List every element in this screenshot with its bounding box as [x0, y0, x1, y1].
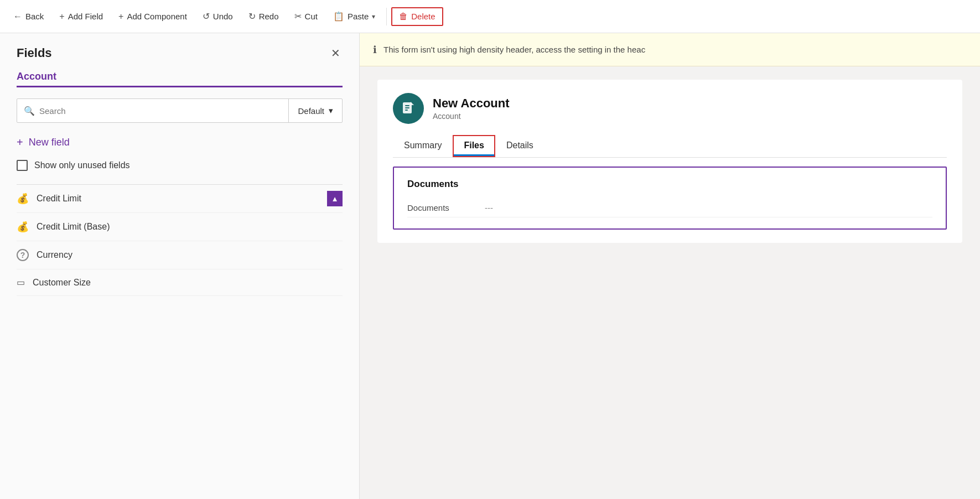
- paste-label: Paste: [348, 12, 369, 21]
- document-label: Documents: [407, 203, 474, 212]
- documents-section: Documents Documents ---: [393, 167, 947, 230]
- close-sidebar-button[interactable]: ✕: [329, 44, 343, 62]
- toolbar: ← Back + Add Field + Add Component ↺ Und…: [0, 0, 980, 33]
- add-field-button[interactable]: + Add Field: [53, 8, 110, 25]
- redo-label: Redo: [259, 12, 279, 21]
- field-label-credit-limit-base: Credit Limit (Base): [37, 222, 110, 232]
- back-icon: ←: [13, 12, 22, 22]
- default-dropdown-label: Default: [298, 106, 324, 116]
- field-item-customer-size[interactable]: ▭ Customer Size: [17, 269, 343, 296]
- svg-rect-1: [405, 105, 409, 106]
- cut-button[interactable]: ✂ Cut: [288, 8, 324, 25]
- field-item-credit-limit[interactable]: 💰 Credit Limit ▲: [17, 185, 343, 213]
- new-field-icon: +: [17, 136, 23, 149]
- redo-icon: ↻: [248, 11, 256, 22]
- delete-label: Delete: [411, 12, 435, 21]
- field-label-currency: Currency: [37, 250, 72, 260]
- sidebar-title: Fields: [17, 46, 52, 60]
- info-icon: ℹ: [373, 44, 377, 56]
- search-input[interactable]: [39, 106, 282, 116]
- customer-size-icon: ▭: [17, 277, 25, 288]
- toolbar-divider: [386, 8, 387, 25]
- avatar: [393, 93, 424, 124]
- field-label-customer-size: Customer Size: [33, 278, 91, 288]
- back-label: Back: [25, 12, 44, 21]
- field-item-credit-limit-base[interactable]: 💰 Credit Limit (Base): [17, 213, 343, 241]
- document-value: ---: [485, 203, 493, 212]
- info-banner: ℹ This form isn't using high density hea…: [360, 33, 980, 66]
- documents-title: Documents: [407, 179, 932, 190]
- undo-icon: ↺: [203, 11, 210, 22]
- credit-limit-base-icon: 💰: [17, 221, 29, 233]
- default-dropdown[interactable]: Default ▾: [289, 99, 342, 122]
- show-unused-row: Show only unused fields: [17, 160, 343, 171]
- main-layout: Fields ✕ Account 🔍 Default ▾ + New field: [0, 33, 980, 499]
- account-header: New Account Account: [393, 93, 947, 124]
- show-unused-label[interactable]: Show only unused fields: [34, 160, 130, 170]
- sidebar-header: Fields ✕: [17, 44, 343, 62]
- info-banner-message: This form isn't using high density heade…: [383, 45, 645, 54]
- document-row: Documents ---: [407, 199, 932, 217]
- undo-label: Undo: [213, 12, 233, 21]
- add-component-icon: +: [118, 12, 123, 22]
- cut-icon: ✂: [294, 11, 302, 22]
- add-field-label: Add Field: [68, 12, 103, 21]
- field-label-credit-limit: Credit Limit: [37, 194, 81, 204]
- tab-files[interactable]: Files: [453, 135, 495, 157]
- search-container: 🔍 Default ▾: [17, 98, 343, 123]
- chevron-down-icon: ▾: [329, 106, 333, 116]
- svg-rect-2: [405, 107, 409, 108]
- paste-dropdown-arrow: ▾: [372, 13, 375, 20]
- search-input-wrapper: 🔍: [17, 99, 289, 122]
- currency-icon: ?: [17, 249, 29, 261]
- undo-button[interactable]: ↺ Undo: [196, 8, 240, 25]
- paste-button[interactable]: 📋 Paste ▾: [326, 8, 382, 25]
- form-area: New Account Account Summary Files Detail…: [360, 66, 980, 499]
- back-button[interactable]: ← Back: [7, 8, 50, 25]
- account-card: New Account Account Summary Files Detail…: [377, 80, 962, 243]
- tab-summary-label: Summary: [404, 141, 442, 150]
- tab-details-label: Details: [506, 141, 533, 150]
- account-tab[interactable]: Account: [17, 71, 343, 87]
- tab-files-label: Files: [464, 141, 484, 150]
- paste-icon: 📋: [333, 11, 344, 22]
- close-icon: ✕: [331, 47, 340, 59]
- account-name: New Account: [433, 96, 510, 111]
- field-item-currency[interactable]: ? Currency: [17, 241, 343, 269]
- redo-button[interactable]: ↻ Redo: [242, 8, 286, 25]
- search-icon: 🔍: [24, 106, 35, 116]
- tab-summary[interactable]: Summary: [393, 135, 453, 157]
- account-info: New Account Account: [433, 96, 510, 121]
- add-field-icon: +: [59, 12, 64, 22]
- account-type: Account: [433, 112, 510, 121]
- field-list: 💰 Credit Limit ▲ 💰 Credit Limit (Base) ?…: [17, 185, 343, 488]
- tab-details[interactable]: Details: [495, 135, 545, 157]
- add-component-label: Add Component: [127, 12, 186, 21]
- content-area: ℹ This form isn't using high density hea…: [360, 33, 980, 499]
- form-tabs: Summary Files Details: [393, 135, 947, 158]
- new-field-label: New field: [29, 137, 70, 148]
- show-unused-checkbox[interactable]: [17, 160, 28, 171]
- credit-limit-icon: 💰: [17, 193, 29, 205]
- svg-rect-3: [405, 110, 408, 111]
- delete-icon: 🗑: [399, 12, 408, 22]
- fields-sidebar: Fields ✕ Account 🔍 Default ▾ + New field: [0, 33, 360, 499]
- new-field-button[interactable]: + New field: [17, 136, 343, 149]
- delete-button[interactable]: 🗑 Delete: [391, 7, 443, 26]
- scroll-up-button[interactable]: ▲: [327, 191, 343, 206]
- cut-label: Cut: [305, 12, 318, 21]
- add-component-button[interactable]: + Add Component: [112, 8, 194, 25]
